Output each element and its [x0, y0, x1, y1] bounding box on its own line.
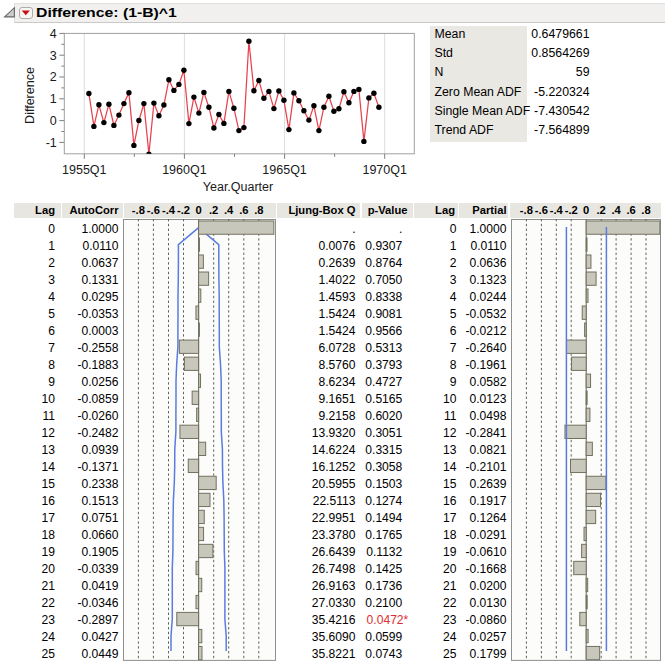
svg-text:Year.Quarter: Year.Quarter: [203, 180, 273, 194]
svg-text:-1: -1: [46, 136, 57, 150]
svg-text:3: 3: [50, 49, 57, 63]
svg-text:1960Q1: 1960Q1: [162, 163, 207, 177]
svg-text:1955Q1: 1955Q1: [62, 163, 107, 177]
svg-text:0: 0: [50, 114, 57, 128]
svg-text:Difference: Difference: [23, 67, 37, 124]
svg-text:1970Q1: 1970Q1: [362, 163, 407, 177]
svg-text:1: 1: [50, 92, 57, 106]
svg-text:1965Q1: 1965Q1: [262, 163, 307, 177]
svg-text:2: 2: [50, 70, 57, 84]
svg-text:4: 4: [50, 27, 57, 41]
